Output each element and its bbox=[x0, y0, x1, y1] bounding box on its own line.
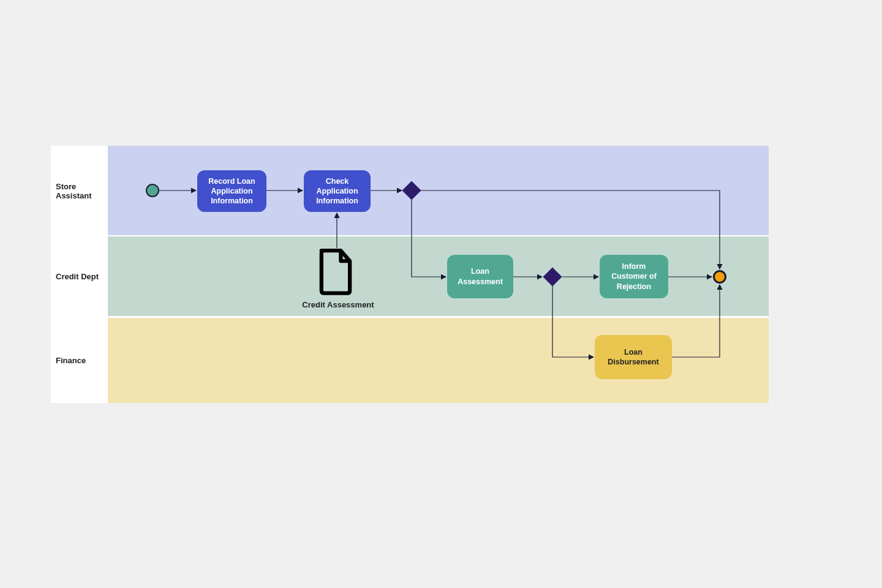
swimlane-diagram: Store Assistant Credit Dept Finance Reco… bbox=[51, 146, 769, 403]
task-inform-rejection[interactable]: Inform Customer of Rejection bbox=[600, 255, 668, 298]
lane-label-credit-dept: Credit Dept bbox=[51, 236, 108, 317]
lane-credit-dept bbox=[108, 236, 769, 317]
task-loan-disbursement[interactable]: Loan Disbursement bbox=[595, 335, 672, 379]
start-event[interactable] bbox=[146, 184, 159, 197]
task-record-loan-application[interactable]: Record Loan Application Information bbox=[197, 170, 266, 212]
lane-label-store-assistant: Store Assistant bbox=[51, 146, 108, 236]
task-check-application[interactable]: Check Application Information bbox=[304, 170, 371, 212]
end-event[interactable] bbox=[713, 270, 726, 284]
document-icon[interactable] bbox=[315, 248, 356, 297]
document-label: Credit Assessment bbox=[298, 300, 378, 309]
task-loan-assessment[interactable]: Loan Assessment bbox=[447, 255, 513, 298]
lane-label-finance: Finance bbox=[51, 318, 108, 403]
